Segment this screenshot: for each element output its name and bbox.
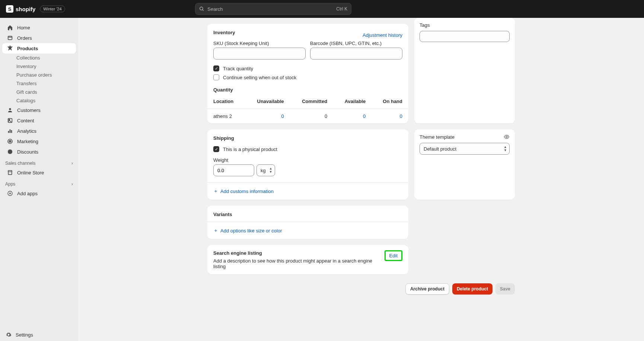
svg-point-14 [506,136,507,138]
sidebar-label: Discounts [17,149,38,155]
sidebar-item-settings[interactable]: Settings [0,328,78,341]
sidebar-item-customers[interactable]: Customers [2,105,76,115]
col-location: Location [207,94,245,109]
svg-point-3 [9,108,11,110]
sidebar-sub-transfers[interactable]: Transfers [2,79,76,88]
add-customs-link[interactable]: ＋ Add customs information [207,182,408,200]
cell-available[interactable]: 0 [363,113,366,119]
cell-committed: 0 [290,109,333,124]
sidebar-label: Add apps [17,191,38,196]
sidebar-sub-purchase-orders[interactable]: Purchase orders [2,71,76,79]
physical-product-label: This is a physical product [223,147,277,152]
chevron-right-icon: › [71,161,73,166]
analytics-icon [7,128,13,134]
sidebar-label: Customers [17,107,41,113]
sidebar: Home Orders Products Collections Invento… [0,18,78,341]
variants-title: Variants [213,212,402,217]
archive-button[interactable]: Archive product [405,283,449,295]
sku-input[interactable] [213,48,306,59]
sidebar-label: Marketing [17,139,38,144]
search-input[interactable]: Search Ctrl K [195,3,351,15]
theme-title: Theme template [420,134,455,140]
weight-input[interactable] [213,164,254,176]
section-sales-channels[interactable]: Sales channels › [0,157,78,167]
eye-icon[interactable] [504,134,510,140]
seo-title: Search engine listing [213,250,381,256]
version-badge: Winter '24 [40,6,65,12]
plus-circle-icon [7,190,13,197]
svg-point-5 [9,119,10,120]
sidebar-item-online-store[interactable]: Online Store [2,167,76,178]
svg-point-0 [200,7,203,10]
footer-actions: Archive product Delete product Save [207,283,515,295]
tags-title: Tags [420,22,510,28]
seo-card: Search engine listing Add a description … [207,245,408,274]
sidebar-sub-inventory[interactable]: Inventory [2,62,76,71]
sidebar-item-orders[interactable]: Orders [2,33,76,43]
svg-point-11 [10,141,10,141]
sidebar-label: Home [17,25,30,30]
sidebar-label: Online Store [17,170,44,176]
main-content: Inventory Adjustment history SKU (Stock … [78,18,644,341]
updown-icon: ▲▼ [269,167,272,174]
shopify-logo-icon: S [6,5,13,13]
track-quantity-checkbox[interactable]: ✓ [213,65,219,71]
col-available: Available [333,94,372,109]
shipping-title: Shipping [213,135,402,141]
tags-card: Tags [414,18,515,123]
weight-unit-select[interactable]: kg ▲▼ [256,164,275,176]
cell-location: athens 2 [207,109,245,124]
sidebar-item-marketing[interactable]: Marketing [2,136,76,147]
svg-rect-6 [8,131,9,133]
sku-label: SKU (Stock Keeping Unit) [213,41,306,46]
store-icon [7,169,13,176]
track-quantity-label: Track quantity [223,66,253,71]
delete-button[interactable]: Delete product [452,283,492,295]
seo-description: Add a description to see how this produc… [213,258,381,269]
sidebar-label: Orders [17,35,32,41]
sidebar-label: Content [17,118,34,123]
plus-icon: ＋ [213,227,218,234]
col-unavailable: Unavailable [245,94,290,109]
chevron-right-icon: › [71,181,73,187]
content-icon [7,117,13,124]
physical-product-checkbox[interactable]: ✓ [213,146,219,152]
search-placeholder: Search [207,6,333,12]
logo[interactable]: S shopify [6,5,35,13]
section-apps[interactable]: Apps › [0,178,78,188]
cell-on-hand[interactable]: 0 [400,113,402,119]
inventory-title: Inventory [213,30,235,35]
variants-card: Variants ＋ Add options like size or colo… [207,206,408,239]
svg-rect-2 [8,36,12,39]
orders-icon [7,35,13,41]
continue-selling-checkbox[interactable] [213,74,219,80]
sidebar-item-analytics[interactable]: Analytics [2,126,76,136]
search-shortcut: Ctrl K [336,6,347,12]
sidebar-item-products[interactable]: Products [2,43,76,54]
barcode-input[interactable] [310,48,402,59]
sidebar-label: Settings [16,332,33,338]
add-options-link[interactable]: ＋ Add options like size or color [207,222,408,239]
sidebar-sub-catalogs[interactable]: Catalogs [2,96,76,105]
marketing-icon [7,138,13,145]
save-button: Save [495,283,515,295]
col-committed: Committed [290,94,333,109]
continue-selling-label: Continue selling when out of stock [223,75,296,80]
sidebar-sub-gift-cards[interactable]: Gift cards [2,88,76,96]
theme-template-select[interactable]: Default product ▲▼ [420,143,510,155]
theme-template-card: Theme template Default product ▲▼ [414,129,515,200]
topbar: S shopify Winter '24 Search Ctrl K [0,0,644,18]
sidebar-sub-collections[interactable]: Collections [2,54,76,62]
sidebar-item-home[interactable]: Home [2,22,76,33]
sidebar-item-content[interactable]: Content [2,115,76,126]
cell-unavailable[interactable]: 0 [281,113,284,119]
tags-input[interactable] [420,31,510,42]
sidebar-item-discounts[interactable]: Discounts [2,147,76,157]
products-icon [7,45,13,52]
gear-icon [5,331,12,338]
adjustment-history-link[interactable]: Adjustment history [363,32,402,38]
sidebar-label: Analytics [17,128,36,134]
svg-line-1 [203,10,204,11]
seo-edit-button[interactable]: Edit [385,250,402,261]
sidebar-item-add-apps[interactable]: Add apps [2,188,76,199]
